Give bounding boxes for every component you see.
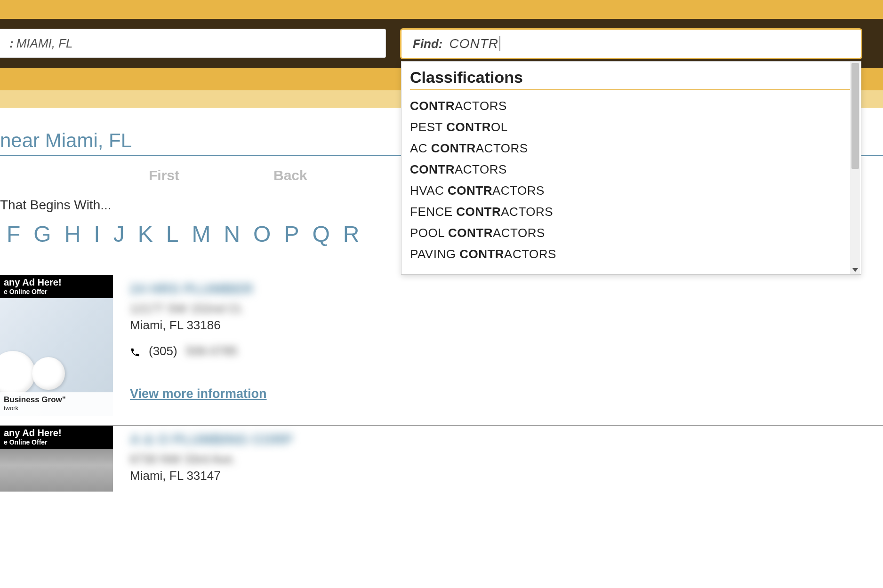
ad-footer: Business Grow" twork [0,392,113,416]
alpha-letter-link[interactable]: N [224,221,240,247]
view-more-link[interactable]: View more information [130,387,267,401]
location-input[interactable]: : MIAMI, FL [0,29,386,58]
alpha-letter-link[interactable]: J [113,221,125,247]
ad-box[interactable]: any Ad Here! e Online Offer [0,426,113,492]
scroll-down-arrow-icon[interactable] [852,268,858,272]
blueprint-roll-icon [32,357,65,390]
find-input[interactable]: Find: CONTR [400,28,862,59]
header-search-bar: : MIAMI, FL Find: CONTR Classifications … [0,19,883,68]
alpha-letter-link[interactable]: M [192,221,210,247]
alpha-letter-link[interactable]: R [343,221,360,247]
dropdown-divider [410,89,852,90]
alpha-letter-link[interactable]: K [138,221,153,247]
scrollbar-track[interactable] [850,62,860,274]
alpha-letter-link[interactable]: P [284,221,299,247]
phone-icon [130,346,140,357]
autocomplete-item[interactable]: FENCE CONTRACTORS [410,201,852,222]
top-gold-bar [0,0,883,19]
ad-header-line1: any Ad Here! [4,277,109,288]
business-name[interactable]: A & O PLUMBING CORP [130,431,883,447]
ad-footer-line1: Business Grow" [4,395,109,405]
pager-back: Back [273,167,307,183]
find-value: CONTR [450,36,501,51]
alpha-letter-link[interactable]: L [166,221,179,247]
autocomplete-item[interactable]: HVAC CONTRACTORS [410,180,852,201]
ad-header-line1: any Ad Here! [4,428,109,438]
autocomplete-item[interactable]: AC CONTRACTORS [410,138,852,159]
autocomplete-dropdown: Classifications CONTRACTORSPEST CONTROLA… [401,61,861,275]
ad-header: any Ad Here! e Online Offer [0,275,113,298]
listing-row: any Ad Here! e Online Offer Business Gro… [0,275,883,426]
autocomplete-item[interactable]: PAVING CONTRACTORS [410,244,852,265]
alpha-letter-link[interactable]: Q [312,221,329,247]
find-label: Find: [413,37,443,51]
business-city-state: Miami, FL 33186 [130,318,883,333]
phone-area-code: (305) [149,344,177,358]
autocomplete-item[interactable]: CONTRACTORS [410,95,852,117]
autocomplete-item[interactable]: PEST CONTROL [410,117,852,138]
listing-info: 24 HRS PLUMBER 12177 SW 152nd Ct. Miami,… [113,275,883,416]
find-input-wrapper: Find: CONTR Classifications CONTRACTORSP… [400,28,862,59]
autocomplete-item[interactable]: CONTRACTORS [410,159,852,180]
listing-row: any Ad Here! e Online Offer A & O PLUMBI… [0,426,883,503]
scrollbar-thumb[interactable] [851,63,859,169]
alpha-letter-link[interactable]: O [253,221,271,247]
autocomplete-item[interactable]: POOL CONTRACTORS [410,222,852,244]
alpha-letter-link[interactable]: G [33,221,51,247]
ad-box[interactable]: any Ad Here! e Online Offer Business Gro… [0,275,113,416]
location-value: MIAMI, FL [16,36,73,51]
ad-header: any Ad Here! e Online Offer [0,426,113,449]
business-city-state: Miami, FL 33147 [130,469,883,483]
ad-header-line2: e Online Offer [4,438,109,446]
business-name[interactable]: 24 HRS PLUMBER [130,281,883,297]
ad-footer-line2: twork [4,405,109,412]
alpha-letter-link[interactable]: F [7,221,20,247]
pager-first: First [149,167,179,183]
blueprint-roll-icon [0,351,35,396]
alpha-letter-link[interactable]: H [64,221,81,247]
location-prefix: : [9,36,14,51]
dropdown-heading: Classifications [410,68,852,87]
alpha-letter-link[interactable]: I [94,221,100,247]
business-address-line1: 6730 NW 33rd Ave. [130,452,883,467]
listing-info: A & O PLUMBING CORP 6730 NW 33rd Ave. Mi… [113,426,883,494]
business-address-line1: 12177 SW 152nd Ct. [130,302,883,316]
ad-header-line2: e Online Offer [4,288,109,295]
phone-number-rest: 506-0785 [186,344,238,358]
business-phone: (305) 506-0785 [130,344,883,358]
